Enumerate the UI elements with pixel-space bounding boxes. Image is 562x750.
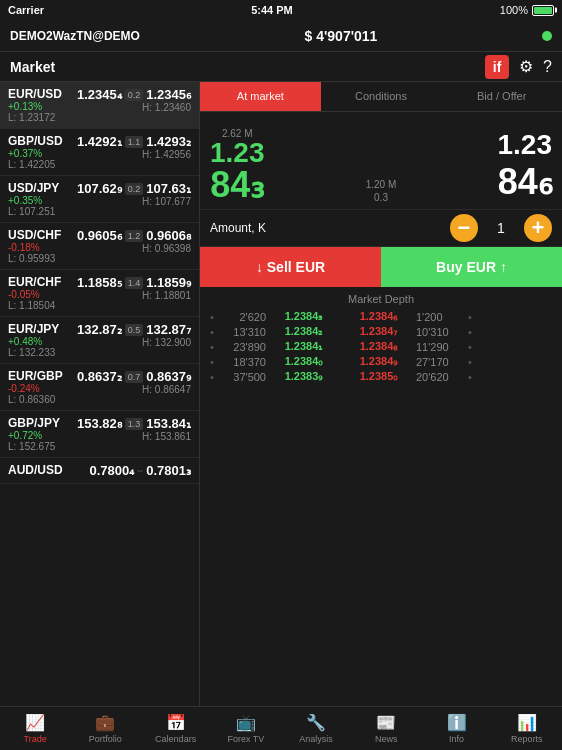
nav-label-news: News <box>375 734 398 744</box>
low-price: L: 0.86360 <box>8 394 63 405</box>
price-change: -0.05% <box>8 289 61 300</box>
nav-label-info: Info <box>449 734 464 744</box>
ask-quantity: 10'310 <box>416 326 466 338</box>
ask-price-main: 1.23 84₆ <box>498 129 553 203</box>
depth-row: • 2'620 1.2384₃ 1.2384₆ 1'200 • <box>200 309 562 324</box>
symbol-name: GBP/USD <box>8 134 63 148</box>
amount-decrease-button[interactable]: − <box>450 214 478 242</box>
nav-icon-analysis: 🔧 <box>306 713 326 732</box>
carrier-text: Carrier <box>8 4 44 16</box>
spread-badge: 0.2 <box>125 89 144 101</box>
dot-indicator: • <box>208 311 216 323</box>
watchlist-item-eurgbp[interactable]: EUR/GBP -0.24% L: 0.86360 0.8637₂ 0.7 0.… <box>0 364 199 411</box>
spread-badge: 0.7 <box>125 371 144 383</box>
nav-label-reports: Reports <box>511 734 543 744</box>
help-icon[interactable]: ? <box>543 58 552 76</box>
toolbar-icons: if ⚙ ? <box>485 55 552 79</box>
watchlist: EUR/USD +0.13% L: 1.23172 1.2345₄ 0.2 1.… <box>0 82 200 706</box>
symbol-name: GBP/JPY <box>8 416 60 430</box>
bid-quantity: 37'500 <box>216 371 266 383</box>
low-price: L: 1.42205 <box>8 159 63 170</box>
amount-row: Amount, K − 1 + <box>200 209 562 247</box>
nav-icon-reports: 📊 <box>517 713 537 732</box>
spread-badge: 1.1 <box>125 136 144 148</box>
low-price: L: 1.18504 <box>8 300 61 311</box>
low-price: L: 152.675 <box>8 441 60 452</box>
nav-icon-forex tv: 📺 <box>236 713 256 732</box>
nav-icon-news: 📰 <box>376 713 396 732</box>
battery-icon <box>532 5 554 16</box>
dot-indicator: • <box>208 371 216 383</box>
nav-item-info[interactable]: ℹ️ Info <box>422 707 492 750</box>
nav-item-forex tv[interactable]: 📺 Forex TV <box>211 707 281 750</box>
nav-label-trade: Trade <box>24 734 47 744</box>
bid-price-sub: 84₃ <box>210 164 264 205</box>
trade-buttons: ↓ Sell EUR Buy EUR ↑ <box>200 247 562 287</box>
nav-item-news[interactable]: 📰 News <box>351 707 421 750</box>
nav-item-calendars[interactable]: 📅 Calendars <box>141 707 211 750</box>
ask-quantity: 20'620 <box>416 371 466 383</box>
watchlist-item-eurjpy[interactable]: EUR/JPY +0.48% L: 132.233 132.87₂ 0.5 13… <box>0 317 199 364</box>
low-price: L: 0.95993 <box>8 253 61 264</box>
amount-increase-button[interactable]: + <box>524 214 552 242</box>
bid-depth-price: 1.2384₃ <box>266 310 341 323</box>
sell-button[interactable]: ↓ Sell EUR <box>200 247 381 287</box>
tab-bid-offer[interactable]: Bid / Offer <box>441 82 562 111</box>
price-change: +0.13% <box>8 101 62 112</box>
ask-quantity: 11'290 <box>416 341 466 353</box>
nav-item-analysis[interactable]: 🔧 Analysis <box>281 707 351 750</box>
watchlist-item-usdchf[interactable]: USD/CHF -0.18% L: 0.95993 0.9605₆ 1.2 0.… <box>0 223 199 270</box>
ask-price: 132.87₇ <box>146 322 191 337</box>
bid-price: 1.4292₁ <box>77 134 122 149</box>
toolbar: Market if ⚙ ? <box>0 52 562 82</box>
bid-quantity: 18'370 <box>216 356 266 368</box>
spread-val: 0.3 <box>374 192 388 203</box>
symbol-name: USD/JPY <box>8 181 59 195</box>
symbol-name: EUR/GBP <box>8 369 63 383</box>
nav-item-trade[interactable]: 📈 Trade <box>0 707 70 750</box>
online-indicator <box>542 31 552 41</box>
bid-price: 0.8637₂ <box>77 369 122 384</box>
spread-badge: 1.4 <box>125 277 144 289</box>
price-change: +0.37% <box>8 148 63 159</box>
battery-area: 100% <box>500 4 554 16</box>
ask-price: 1.4293₂ <box>146 134 191 149</box>
high-price: H: 0.86647 <box>77 384 191 395</box>
nav-label-analysis: Analysis <box>299 734 333 744</box>
ask-price-int: 1.23 <box>498 129 553 160</box>
settings-icon[interactable]: ⚙ <box>519 57 533 76</box>
watchlist-item-gbpjpy[interactable]: GBP/JPY +0.72% L: 152.675 153.82₈ 1.3 15… <box>0 411 199 458</box>
bid-depth-price: 1.2384₀ <box>266 355 341 368</box>
depth-rows: • 2'620 1.2384₃ 1.2384₆ 1'200 • • 13'310… <box>200 309 562 384</box>
bid-price: 1.2345₄ <box>77 87 122 102</box>
high-price: H: 132.900 <box>77 337 191 348</box>
bid-quantity: 13'310 <box>216 326 266 338</box>
bid-price: 0.9605₆ <box>77 228 122 243</box>
watchlist-item-audusd[interactable]: AUD/USD 0.7800₄ 0.7801₃ <box>0 458 199 484</box>
watchlist-item-eurchf[interactable]: EUR/CHF -0.05% L: 1.18504 1.1858₅ 1.4 1.… <box>0 270 199 317</box>
high-price: H: 1.23460 <box>77 102 191 113</box>
ask-price: 0.7801₃ <box>146 463 191 478</box>
spread-badge: 0.2 <box>125 183 144 195</box>
nav-icon-portfolio: 💼 <box>95 713 115 732</box>
watchlist-item-usdjpy[interactable]: USD/JPY +0.35% L: 107.251 107.62₉ 0.2 10… <box>0 176 199 223</box>
trade-tabs: At market Conditions Bid / Offer <box>200 82 562 112</box>
tab-conditions[interactable]: Conditions <box>321 82 442 111</box>
nav-item-reports[interactable]: 📊 Reports <box>492 707 562 750</box>
nav-item-portfolio[interactable]: 💼 Portfolio <box>70 707 140 750</box>
nav-label-portfolio: Portfolio <box>89 734 122 744</box>
nav-label-forex tv: Forex TV <box>227 734 264 744</box>
depth-row: • 23'890 1.2384₁ 1.2384₈ 11'290 • <box>200 339 562 354</box>
amount-value: 1 <box>486 220 516 236</box>
watchlist-item-gbpusd[interactable]: GBP/USD +0.37% L: 1.42205 1.4292₁ 1.1 1.… <box>0 129 199 176</box>
buy-button[interactable]: Buy EUR ↑ <box>381 247 562 287</box>
market-depth-title: Market Depth <box>200 291 562 309</box>
spread-badge <box>137 470 143 472</box>
ask-price-info: 1.23 84₆ <box>498 118 553 203</box>
price-change: +0.48% <box>8 336 59 347</box>
logo-icon[interactable]: if <box>485 55 509 79</box>
watchlist-item-eurusd[interactable]: EUR/USD +0.13% L: 1.23172 1.2345₄ 0.2 1.… <box>0 82 199 129</box>
price-change: -0.18% <box>8 242 61 253</box>
low-price: L: 107.251 <box>8 206 59 217</box>
tab-at-market[interactable]: At market <box>200 82 321 111</box>
